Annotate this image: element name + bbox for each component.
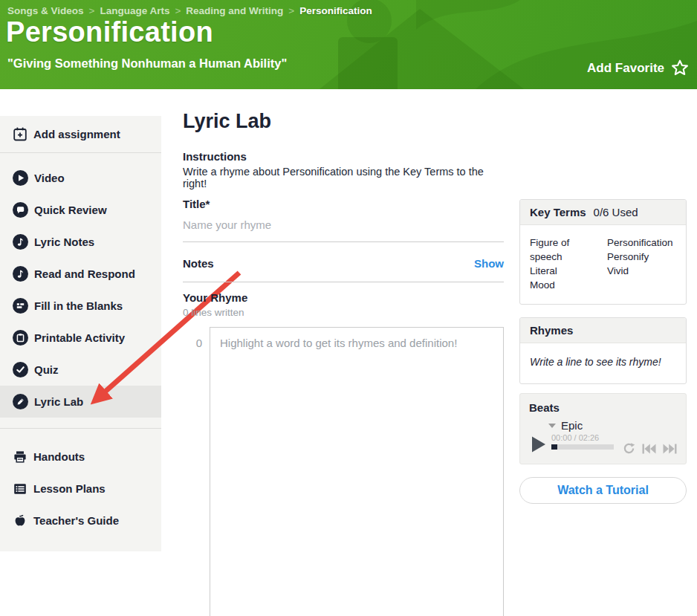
key-term[interactable]: Personification — [607, 236, 673, 250]
key-term[interactable]: Personify — [607, 250, 673, 264]
rhymes-empty-message: Write a line to see its rhyme! — [520, 343, 686, 383]
sidebar-item-teachers-guide[interactable]: Teacher's Guide — [0, 505, 161, 536]
key-term[interactable]: Mood — [530, 278, 594, 292]
beat-selector[interactable]: Epic — [548, 419, 677, 432]
sidebar-item-label: Video — [34, 172, 65, 184]
loop-icon[interactable] — [623, 442, 635, 455]
sidebar-item-lyric-notes[interactable]: Lyric Notes — [0, 226, 161, 258]
sidebar-item-fill-in-the-blanks[interactable]: Fill in the Blanks — [0, 290, 161, 322]
sidebar-item-label: Fill in the Blanks — [34, 299, 123, 312]
line-number: 0 — [183, 327, 210, 616]
playback-time: 00:00 / 02:26 — [551, 433, 614, 442]
clipboard-circle-icon — [13, 330, 28, 346]
sidebar-item-video[interactable]: Video — [0, 162, 161, 194]
instructions-text: Write a rhyme about Personification usin… — [183, 166, 504, 189]
blanks-circle-icon — [13, 298, 28, 314]
lesson-header: Songs & Videos > Language Arts > Reading… — [0, 0, 697, 89]
your-rhyme-label: Your Rhyme — [183, 291, 247, 304]
sidebar-item-label: Lesson Plans — [33, 482, 106, 495]
music-note-circle-icon — [13, 234, 28, 250]
title-field-block: Title* — [183, 198, 504, 242]
watch-tutorial-button[interactable]: Watch a Tutorial — [519, 477, 687, 504]
key-terms-header: Key Terms 0/6 Used — [520, 200, 686, 225]
key-term[interactable]: Literal — [530, 264, 594, 278]
list-icon — [13, 482, 27, 496]
sidebar-item-quiz[interactable]: Quiz — [0, 354, 161, 386]
lyric-lab-main: Lyric Lab Instructions Write a rhyme abo… — [183, 104, 504, 616]
beats-title: Beats — [529, 401, 677, 414]
rhyme-textarea[interactable] — [210, 327, 504, 616]
progress-handle[interactable] — [551, 444, 557, 450]
sidebar-item-label: Quick Review — [34, 204, 107, 216]
instructions-label: Instructions — [183, 150, 504, 163]
notes-show-toggle[interactable]: Show — [474, 257, 504, 270]
pencil-circle-icon — [13, 394, 28, 409]
apple-icon — [13, 513, 27, 528]
progress-bar[interactable] — [551, 444, 614, 450]
breadcrumb-separator: > — [288, 5, 294, 16]
page-title: Personification — [6, 16, 213, 48]
sidebar-item-label: Read and Respond — [34, 268, 135, 280]
key-terms-title: Key Terms — [530, 206, 586, 218]
check-circle-icon — [13, 362, 28, 377]
notes-label: Notes — [183, 257, 214, 270]
instructions-block: Instructions Write a rhyme about Personi… — [183, 150, 504, 189]
sidebar-nav: Video Quick Review Lyric Notes — [0, 153, 161, 429]
sidebar-item-read-and-respond[interactable]: Read and Respond — [0, 258, 161, 290]
beats-card: Beats Epic 00:00 / 02:26 — [519, 393, 687, 464]
printer-icon — [13, 450, 27, 464]
lesson-sidebar: Add assignment Video Quick Review — [0, 116, 161, 551]
play-button-icon[interactable] — [532, 436, 545, 453]
breadcrumb-link[interactable]: Songs & Videos — [7, 5, 84, 16]
rhyme-editor: 0 — [183, 327, 504, 616]
sidebar-item-label: Add assignment — [33, 128, 120, 140]
rhyme-title-input[interactable] — [183, 213, 504, 242]
rhymes-card: Rhymes Write a line to see its rhyme! — [519, 317, 687, 384]
rhymes-title: Rhymes — [530, 324, 573, 337]
sidebar-item-lesson-plans[interactable]: Lesson Plans — [0, 473, 161, 505]
chat-circle-icon — [13, 202, 28, 218]
breadcrumb: Songs & Videos > Language Arts > Reading… — [7, 5, 372, 16]
music-note-circle-icon — [13, 266, 28, 282]
sidebar-item-printable-activity[interactable]: Printable Activity — [0, 322, 161, 354]
add-favorite-button[interactable]: Add Favorite — [587, 59, 690, 77]
key-terms-used-count: 0/6 Used — [594, 206, 638, 218]
add-assignment-button[interactable]: Add assignment — [0, 116, 161, 153]
sidebar-item-label: Printable Activity — [34, 331, 125, 344]
key-terms-card: Key Terms 0/6 Used Figure of speech Lite… — [519, 199, 687, 305]
key-term[interactable]: Vivid — [607, 264, 673, 278]
rhymes-header: Rhymes — [520, 318, 686, 343]
previous-beat-icon[interactable] — [642, 444, 656, 454]
breadcrumb-separator: > — [175, 5, 181, 16]
sidebar-item-handouts[interactable]: Handouts — [0, 441, 161, 473]
chevron-down-icon — [548, 424, 556, 428]
key-term[interactable]: Figure of speech — [530, 236, 594, 264]
star-icon — [670, 59, 690, 77]
breadcrumb-link[interactable]: Language Arts — [100, 5, 169, 16]
section-title: Lyric Lab — [183, 110, 271, 133]
calendar-plus-icon — [13, 126, 27, 142]
title-field-label: Title* — [183, 198, 504, 210]
sidebar-item-label: Teacher's Guide — [33, 514, 119, 527]
sidebar-item-label: Lyric Lab — [34, 395, 83, 408]
sidebar-item-label: Quiz — [34, 363, 59, 376]
breadcrumb-link[interactable]: Reading and Writing — [186, 5, 283, 16]
sidebar-item-quick-review[interactable]: Quick Review — [0, 194, 161, 226]
selected-beat-label: Epic — [561, 419, 583, 432]
sidebar-resources: Handouts Lesson Plans Teacher's Guide — [0, 429, 161, 551]
sidebar-item-label: Lyric Notes — [34, 236, 94, 248]
key-terms-body: Figure of speech Literal Mood Personific… — [520, 225, 686, 304]
sidebar-item-label: Handouts — [33, 450, 85, 463]
breadcrumb-current: Personification — [299, 5, 372, 16]
sidebar-item-lyric-lab[interactable]: Lyric Lab — [0, 386, 161, 418]
notes-row: Notes Show — [183, 245, 504, 282]
beat-player: 00:00 / 02:26 — [529, 433, 677, 455]
add-favorite-label: Add Favorite — [587, 61, 664, 76]
right-panel: Key Terms 0/6 Used Figure of speech Lite… — [519, 199, 687, 504]
breadcrumb-separator: > — [89, 5, 95, 16]
your-rhyme-block: Your Rhyme 0 lines written — [183, 291, 247, 318]
page-subtitle: "Giving Something Nonhuman a Human Abili… — [7, 56, 287, 71]
lines-written-count: 0 lines written — [183, 307, 247, 318]
play-circle-icon — [13, 170, 28, 186]
next-beat-icon[interactable] — [663, 444, 677, 454]
